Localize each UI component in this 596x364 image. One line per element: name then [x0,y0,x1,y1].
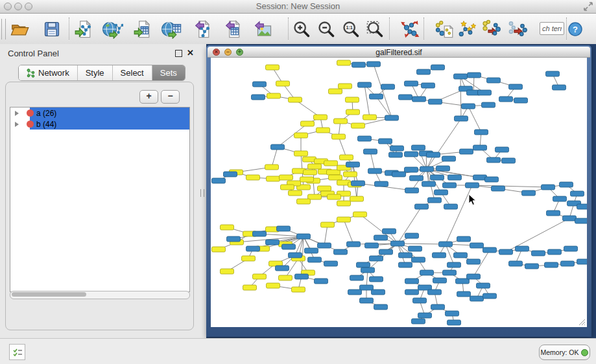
network-node[interactable] [347,242,361,247]
network-view-canvas[interactable] [211,58,587,327]
tab-sets[interactable]: Sets [152,65,185,80]
network-edge[interactable] [344,220,353,244]
network-edge[interactable] [374,64,392,118]
network-node[interactable] [422,83,435,88]
network-node[interactable] [292,287,305,292]
network-node[interactable] [364,149,377,154]
network-node[interactable] [409,246,422,251]
network-node[interactable] [324,161,338,166]
network-node[interactable] [294,151,308,156]
network-node[interactable] [391,241,405,246]
network-node[interactable] [405,290,419,295]
network-node[interactable] [212,178,226,183]
tab-network[interactable]: Network [19,65,77,80]
network-node[interactable] [516,246,529,251]
network-node[interactable] [368,168,382,174]
network-node[interactable] [417,69,431,74]
network-node[interactable] [553,196,567,201]
network-node[interactable] [443,270,457,275]
network-node[interactable] [412,257,425,262]
network-node[interactable] [448,175,462,180]
search-input[interactable] [540,22,564,35]
network-node[interactable] [304,170,317,175]
network-node[interactable] [462,104,475,109]
network-node[interactable] [436,166,450,171]
export-table-button[interactable] [222,17,245,41]
network-node[interactable] [305,248,318,253]
remove-set-button[interactable]: − [161,90,180,104]
network-node[interactable] [487,78,501,83]
network-node[interactable] [475,130,488,135]
network-node[interactable] [405,167,418,172]
apply-layout-button[interactable] [398,17,422,41]
network-node[interactable] [297,199,311,204]
network-node[interactable] [344,172,357,177]
network-node[interactable] [352,123,365,128]
network-node[interactable] [348,290,362,295]
network-node[interactable] [224,172,237,177]
network-node[interactable] [358,82,372,87]
network-node[interactable] [431,304,445,310]
network-node[interactable] [577,204,588,209]
network-edge[interactable] [468,106,481,132]
network-node[interactable] [428,198,442,203]
network-node[interactable] [281,185,294,190]
network-node[interactable] [321,222,335,227]
network-edge[interactable] [398,244,446,244]
network-node[interactable] [271,144,285,150]
memory-status-button[interactable]: Memory: OK [539,345,590,360]
network-node[interactable] [571,191,584,196]
network-node[interactable] [360,298,374,303]
new-network-from-selection-button[interactable] [432,17,455,41]
network-node[interactable] [547,210,560,216]
save-session-button[interactable] [40,17,64,41]
float-panel-icon[interactable] [175,50,182,57]
list-item-set-a[interactable]: a (26) [10,108,189,119]
network-node[interactable] [525,264,539,269]
network-node[interactable] [399,262,412,267]
network-edge[interactable] [339,137,346,157]
network-node[interactable] [509,261,523,266]
network-node[interactable] [379,139,392,144]
network-node[interactable] [328,194,341,199]
network-node[interactable] [499,249,513,255]
network-node[interactable] [478,90,492,95]
network-node[interactable] [329,175,342,180]
network-node[interactable] [301,121,315,126]
fullscreen-icon[interactable] [583,1,593,12]
panel-divider[interactable] [198,44,206,338]
network-node[interactable] [473,145,487,150]
network-node[interactable] [470,243,484,248]
network-node[interactable] [545,262,558,267]
network-node[interactable] [442,156,456,161]
network-node[interactable] [422,181,436,187]
network-node[interactable] [542,185,555,190]
network-node[interactable] [563,216,577,221]
network-node[interactable] [455,116,468,121]
open-session-button[interactable] [8,17,31,41]
hide-selected-button[interactable] [506,17,529,41]
network-node[interactable] [332,134,346,139]
network-node[interactable] [318,186,331,191]
network-node[interactable] [334,249,348,255]
network-node[interactable] [267,283,280,288]
network-node[interactable] [353,212,367,217]
expander-triangle-icon[interactable] [15,122,19,127]
network-node[interactable] [242,256,256,261]
import-table-file-button[interactable] [132,17,155,41]
network-edge[interactable] [324,225,328,245]
network-node[interactable] [352,62,366,67]
network-node[interactable] [297,234,311,239]
export-network-button[interactable] [191,17,215,41]
network-node[interactable] [499,97,513,102]
network-node[interactable] [267,176,280,181]
toolbar-drag-grip[interactable] [1,19,6,40]
network-node[interactable] [329,89,342,94]
network-node[interactable] [289,97,302,102]
network-node[interactable] [399,253,412,258]
network-node[interactable] [454,74,468,79]
network-node[interactable] [227,236,241,242]
import-network-url-button[interactable] [101,17,125,41]
network-node[interactable] [389,152,403,157]
network-node[interactable] [454,253,468,258]
